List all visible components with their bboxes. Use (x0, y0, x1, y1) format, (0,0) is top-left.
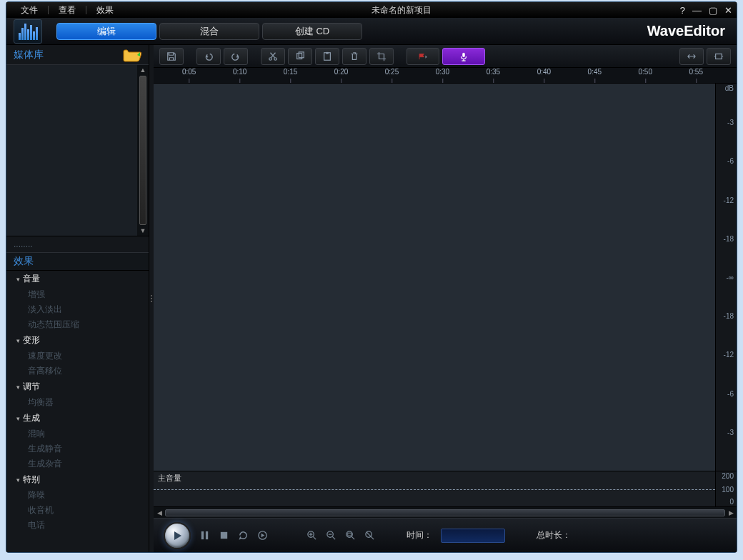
effect-item[interactable]: 生成静音 (6, 441, 149, 456)
open-folder-button[interactable] (123, 48, 141, 62)
redo-button[interactable] (224, 48, 248, 65)
scroll-left-icon[interactable]: ◀ (154, 509, 165, 516)
svg-rect-6 (462, 52, 465, 56)
waveform-wrap: dB -3-6-12-18-∞-18-12-6-3 (154, 84, 737, 471)
time-label: 时间： (407, 529, 432, 541)
next-button[interactable] (257, 530, 268, 541)
svg-rect-15 (348, 533, 351, 536)
db-label: -3 (727, 428, 734, 436)
effect-item[interactable]: 速度更改 (6, 349, 149, 364)
effect-item[interactable]: 收音机 (6, 503, 149, 518)
db-label: -12 (724, 351, 734, 359)
svg-rect-7 (716, 54, 722, 59)
effect-item[interactable]: 混响 (6, 426, 149, 441)
master-volume-line[interactable] (154, 489, 715, 490)
library-body: ▲ ▼ (6, 65, 149, 236)
delete-button[interactable] (342, 48, 366, 65)
effect-item[interactable]: 生成杂音 (6, 456, 149, 471)
main-area: 媒体库 ▲ ▼ ........ 效果 音量增强淡入淡出动态范围压缩变形速度更改… (6, 45, 737, 552)
db-label: -3 (727, 119, 734, 126)
zoom-in-button[interactable] (306, 530, 317, 541)
loop-button[interactable] (238, 530, 249, 541)
svg-point-1 (274, 57, 277, 60)
sidebar: 媒体库 ▲ ▼ ........ 效果 音量增强淡入淡出动态范围压缩变形速度更改… (6, 45, 149, 552)
stop-button[interactable] (219, 530, 229, 541)
effect-category[interactable]: 调节 (6, 379, 149, 395)
window-title: 未命名的新项目 (124, 4, 680, 16)
db-label: -∞ (727, 274, 734, 281)
master-volume-lane: 主音量 200 100 0 (154, 471, 737, 506)
library-scrollbar[interactable]: ▲ ▼ (137, 65, 149, 236)
db-label: -18 (724, 234, 734, 242)
waveform-canvas[interactable] (154, 84, 715, 471)
effect-category[interactable]: 变形 (6, 332, 149, 349)
cut-button[interactable] (261, 48, 285, 65)
duration-label: 总时长： (537, 529, 571, 541)
effect-item[interactable]: 音高移位 (6, 364, 149, 379)
menu-view[interactable]: 查看 (49, 4, 86, 16)
master-volume-label: 主音量 (158, 473, 181, 484)
zoom-selection-button[interactable] (364, 530, 375, 541)
effect-item[interactable]: 均衡器 (6, 395, 149, 410)
mode-tab-edit[interactable]: 编辑 (56, 23, 156, 40)
paste-button[interactable] (315, 48, 339, 65)
ruler-tick: 0:15 (284, 68, 297, 76)
db-label: -6 (727, 157, 734, 165)
brand-label: WaveEditor (647, 23, 729, 39)
library-header: 媒体库 (6, 45, 149, 65)
minimize-button[interactable]: — (692, 5, 702, 16)
effect-item[interactable]: 降噪 (6, 488, 149, 503)
zoom-fit-button[interactable] (345, 530, 356, 541)
menubar: 文件 查看 效果 未命名的新项目 ? — ▢ ✕ (6, 2, 737, 18)
db-unit: dB (725, 84, 734, 92)
app-logo-icon (14, 19, 42, 44)
effect-category[interactable]: 特别 (6, 471, 149, 488)
hscroll-thumb[interactable] (165, 509, 725, 516)
mvol-scale-bot: 0 (729, 498, 734, 506)
help-button[interactable]: ? (680, 5, 685, 16)
scroll-thumb[interactable] (139, 76, 146, 225)
effect-category[interactable]: 音量 (6, 271, 149, 287)
undo-button[interactable] (196, 48, 221, 65)
scroll-up-icon[interactable]: ▲ (140, 65, 146, 75)
save-button[interactable] (159, 48, 184, 65)
workspace: 0:050:100:150:200:250:300:350:400:450:50… (154, 45, 737, 552)
play-button[interactable] (164, 522, 191, 549)
effect-item[interactable]: 淡入淡出 (6, 302, 149, 317)
maximize-button[interactable]: ▢ (709, 5, 717, 16)
db-label: -6 (727, 389, 734, 397)
zoom-out-button[interactable] (326, 530, 336, 541)
fit-horizontal-button[interactable] (679, 48, 704, 65)
scroll-down-icon[interactable]: ▼ (140, 226, 146, 236)
pause-button[interactable] (199, 530, 210, 541)
effect-item[interactable]: 电话 (6, 518, 149, 533)
master-volume-track[interactable]: 主音量 (154, 471, 715, 506)
sidebar-divider: ........ (6, 236, 149, 252)
scroll-right-icon[interactable]: ▶ (725, 509, 737, 516)
mode-tab-createcd[interactable]: 创建 CD (262, 23, 362, 40)
time-ruler[interactable]: 0:050:100:150:200:250:300:350:400:450:50… (154, 68, 737, 84)
effect-category[interactable]: 生成 (6, 410, 149, 426)
db-label: -12 (724, 196, 734, 204)
ruler-tick: 0:10 (233, 68, 246, 76)
db-scale: dB -3-6-12-18-∞-18-12-6-3 (715, 84, 737, 471)
effect-item[interactable]: 增强 (6, 287, 149, 302)
copy-button[interactable] (288, 48, 312, 65)
effects-header: 效果 (6, 252, 149, 271)
fit-selection-button[interactable] (707, 48, 731, 65)
menu-file[interactable]: 文件 (11, 4, 48, 16)
mvol-scale-top: 200 (722, 472, 734, 480)
ruler-tick: 0:05 (182, 68, 196, 76)
crop-button[interactable] (369, 48, 394, 65)
horizontal-scrollbar[interactable]: ◀ ▶ (154, 506, 737, 518)
effect-item[interactable]: 动态范围压缩 (6, 317, 149, 332)
svg-rect-9 (206, 531, 208, 539)
time-display[interactable] (441, 529, 505, 543)
mode-tab-mix[interactable]: 混合 (159, 23, 259, 40)
menu-effects[interactable]: 效果 (86, 4, 124, 16)
ruler-tick: 0:45 (588, 68, 602, 76)
ruler-tick: 0:55 (689, 68, 703, 76)
record-button[interactable] (442, 48, 485, 65)
marker-button[interactable] (407, 48, 439, 65)
close-button[interactable]: ✕ (724, 5, 732, 16)
